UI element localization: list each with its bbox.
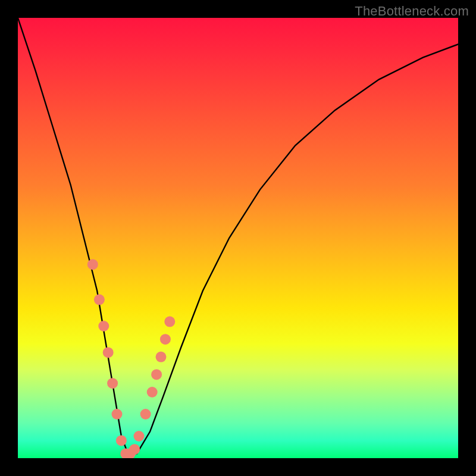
sample-dot	[147, 387, 158, 397]
sample-dot	[134, 431, 145, 441]
sample-dot	[98, 321, 109, 331]
sample-dot	[112, 409, 123, 419]
sample-dot	[103, 347, 114, 358]
sample-dot	[87, 259, 98, 270]
sample-dot	[94, 295, 105, 305]
sample-dot	[129, 444, 140, 455]
sample-dot	[107, 378, 118, 389]
sample-dot	[151, 369, 162, 380]
sample-dots-group	[87, 259, 175, 458]
sample-dot	[116, 435, 127, 446]
plot-area	[18, 18, 458, 458]
sample-dot	[140, 409, 151, 419]
sample-dot	[164, 317, 175, 327]
chart-frame: TheBottleneck.com	[0, 0, 476, 476]
bottleneck-curve-svg	[18, 18, 458, 458]
watermark-text: TheBottleneck.com	[355, 4, 469, 19]
bottleneck-curve-path	[18, 18, 458, 454]
sample-dot	[156, 352, 167, 362]
sample-dot	[160, 334, 171, 345]
